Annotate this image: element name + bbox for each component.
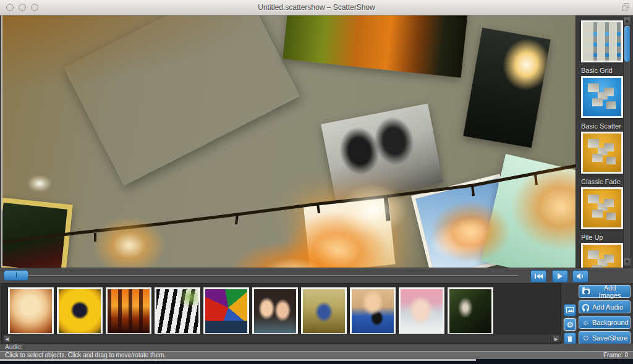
scrubber-track[interactable]	[5, 275, 518, 276]
template-next-partial[interactable]	[581, 243, 623, 268]
fullscreen-icon[interactable]	[622, 3, 629, 11]
photo-edit-button[interactable]	[564, 304, 576, 316]
canvas-photo-teal-card[interactable]	[481, 154, 576, 268]
status-bar: Click to select objects. Click and drag …	[0, 351, 633, 359]
thumb-party-silhouettes[interactable]	[106, 287, 151, 335]
background-label: Background	[592, 319, 629, 326]
thumb-beach-kite[interactable]	[203, 287, 249, 335]
audio-status-row: Audio:	[0, 344, 633, 351]
image-filmstrip: ◀ ▶	[1, 283, 561, 344]
scrubber-thumb[interactable]	[4, 270, 28, 281]
canvas-photo-corner-framed[interactable]	[1, 197, 73, 268]
thumb-baby-pink-hat[interactable]	[399, 287, 444, 335]
mute-button[interactable]	[572, 270, 588, 282]
save-share-label: Save/Share	[592, 334, 627, 342]
thumb-two-women[interactable]	[252, 287, 298, 335]
preview-canvas[interactable]	[1, 15, 576, 268]
template-thumbnail	[581, 132, 623, 174]
scattershow-window: Untitled.scattershow – ScatterShow	[0, 0, 633, 364]
filmstrip-scrollbar[interactable]: ◀ ▶	[2, 334, 561, 342]
add-images-button[interactable]: Add Images	[579, 285, 631, 298]
canvas-photo-autumn[interactable]	[283, 15, 468, 78]
window-title: Untitled.scattershow – ScatterShow	[0, 0, 633, 15]
scroll-up-icon[interactable]: ▲	[624, 17, 631, 25]
add-images-label: Add Images	[592, 284, 627, 299]
desktop-strip	[0, 359, 633, 364]
settings-button[interactable]: ⚙	[564, 318, 576, 331]
filmstrip-thumbs	[8, 287, 493, 335]
canvas-photo-large-bw[interactable]	[64, 15, 300, 186]
add-audio-label: Add Audio	[592, 303, 623, 311]
sun-icon: ☼	[582, 318, 590, 326]
gear-icon: ⚙	[566, 321, 574, 329]
status-hint: Click to select objects. Click and drag …	[5, 352, 166, 359]
audio-label: Audio:	[5, 344, 22, 350]
sidebar-scrollbar[interactable]: ▲ ▼	[623, 17, 631, 266]
camera-icon	[582, 287, 590, 295]
template-label: Classic Fade	[581, 178, 623, 185]
save-share-button[interactable]: ☺ Save/Share	[579, 331, 631, 344]
rewind-icon	[534, 273, 543, 279]
canvas-photo-faces-bw[interactable]	[321, 103, 443, 203]
template-sidebar: Basic Grid Basic Scatter Classic Fade Pi…	[576, 15, 633, 268]
window-bottom-edge	[0, 359, 476, 361]
canvas-photo-white-glowing[interactable]	[304, 195, 396, 268]
template-label: Pile Up	[581, 234, 623, 241]
background-button[interactable]: ☼ Background	[579, 316, 631, 329]
template-thumbnail	[581, 187, 623, 229]
canvas-photo-sunset[interactable]	[463, 28, 550, 148]
light-glow	[27, 175, 52, 192]
scroll-down-icon[interactable]: ▼	[624, 258, 631, 266]
template-classic-fade[interactable]: Classic Fade	[581, 132, 623, 185]
template-thumbnail	[581, 243, 623, 268]
scroll-right-icon[interactable]: ▶	[552, 335, 560, 342]
thumb-woman-with-camera[interactable]	[350, 287, 396, 335]
thumb-couple-kissing[interactable]	[448, 287, 493, 335]
photo-edit-icon	[566, 307, 574, 313]
rewind-to-start-button[interactable]	[530, 270, 546, 282]
trash-icon	[567, 336, 573, 342]
thumb-zebra[interactable]	[155, 287, 200, 335]
headphones-icon	[582, 303, 590, 311]
frame-counter: Frame: 0	[603, 352, 628, 359]
thumb-couple-in-field[interactable]	[301, 287, 347, 335]
thumb-butterfly-sunflower[interactable]	[57, 287, 103, 335]
template-basic-scatter[interactable]: Basic Scatter	[581, 76, 623, 130]
play-button[interactable]	[552, 270, 568, 282]
template-label: Basic Grid	[581, 67, 623, 74]
filmstrip-tools: ⚙	[564, 304, 576, 345]
thumb-child-portrait[interactable]	[8, 287, 54, 335]
template-thumbnail	[581, 20, 623, 62]
scrollbar-thumb[interactable]	[624, 26, 630, 62]
play-icon	[557, 273, 563, 279]
template-pile-up[interactable]: Pile Up	[581, 187, 623, 241]
light-glow	[92, 216, 166, 268]
timeline-scrubber[interactable]	[0, 268, 633, 283]
scroll-left-icon[interactable]: ◀	[3, 335, 11, 342]
crown-face-icon: ☺	[582, 334, 590, 342]
template-basic-grid[interactable]: Basic Grid	[581, 20, 623, 74]
template-thumbnail	[581, 76, 623, 118]
speaker-icon	[577, 273, 584, 279]
delete-button[interactable]	[564, 332, 576, 345]
titlebar[interactable]: Untitled.scattershow – ScatterShow	[0, 0, 633, 15]
template-label: Basic Scatter	[581, 122, 623, 130]
add-audio-button[interactable]: Add Audio	[579, 300, 631, 313]
action-panel: Add Images Add Audio ☼ Background ☺ Save…	[579, 285, 631, 344]
